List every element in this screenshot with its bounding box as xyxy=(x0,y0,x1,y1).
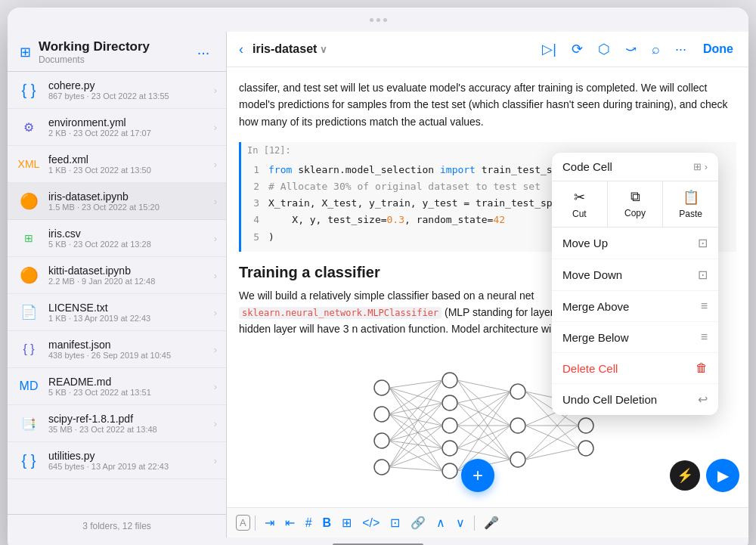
file-icon-json: { } xyxy=(17,337,41,361)
file-item-cohere-py[interactable]: { } cohere.py 867 bytes · 23 Oct 2022 at… xyxy=(8,72,226,109)
svg-line-18 xyxy=(389,388,442,448)
cut-icon: ✂ xyxy=(574,189,585,206)
merge-above-item[interactable]: Merge Above ≡ xyxy=(552,291,718,322)
done-button[interactable]: Done xyxy=(697,39,739,59)
svg-point-2 xyxy=(374,433,389,448)
mic-button[interactable]: 🎤 xyxy=(479,512,503,533)
file-list: { } cohere.py 867 bytes · 23 Oct 2022 at… xyxy=(8,72,226,514)
file-item-environment-yml[interactable]: ⚙ environment.yml 2 KB · 23 Oct 2022 at … xyxy=(8,109,226,146)
file-info: feed.xml 1 KB · 23 Oct 2022 at 13:50 xyxy=(48,153,206,175)
cursor-up-button[interactable]: ∧ xyxy=(432,512,450,533)
paste-action[interactable]: 📋 Paste xyxy=(663,181,718,227)
sidebar-title-block: Working Directory Documents xyxy=(39,39,150,65)
svg-point-0 xyxy=(374,380,389,395)
chevron-right-icon: › xyxy=(214,270,217,281)
file-name: iris-dataset.ipynb xyxy=(48,190,206,203)
file-item-iris-csv[interactable]: ⊞ iris.csv 5 KB · 23 Oct 2022 at 13:28 › xyxy=(8,220,226,257)
sidebar-footer: 3 folders, 12 files xyxy=(8,514,226,537)
table-button[interactable]: ⊡ xyxy=(386,512,404,533)
svg-line-38 xyxy=(457,392,510,403)
export-button[interactable]: ⤻ xyxy=(621,38,641,60)
editor-area: ‹ iris-dataset ∨ ▷| ⟳ ⬡ ⤻ ⌕ ··· Done cla… xyxy=(227,32,748,537)
plus-icon: + xyxy=(472,465,483,486)
move-up-item[interactable]: Move Up ⊡ xyxy=(552,228,718,259)
bullet-button[interactable]: ⊞ xyxy=(337,512,356,533)
svg-point-1 xyxy=(374,407,389,422)
line-number: 2 xyxy=(247,178,259,195)
more-button[interactable]: ··· xyxy=(671,39,691,60)
lightning-button[interactable]: ⚡ xyxy=(670,460,700,491)
svg-point-8 xyxy=(442,463,457,478)
chevron-right-icon: › xyxy=(214,159,217,170)
file-meta: 2.2 MB · 9 Jan 2020 at 12:48 xyxy=(48,277,206,286)
file-name: README.md xyxy=(48,376,206,388)
delete-cell-item[interactable]: Delete Cell 🗑 xyxy=(552,353,718,384)
cut-label: Cut xyxy=(572,209,587,219)
drag-dot-2 xyxy=(376,18,380,22)
file-item-iris-dataset-ipynb[interactable]: 🟠 iris-dataset.ipynb 1.5 MB · 23 Oct 202… xyxy=(8,183,226,220)
file-meta: 438 bytes · 26 Sep 2019 at 10:45 xyxy=(48,351,206,360)
sidebar-menu-button[interactable]: ··· xyxy=(193,42,214,63)
file-item-manifest-json[interactable]: { } manifest.json 438 bytes · 26 Sep 201… xyxy=(8,331,226,368)
line-content: from sklearn.model_selection import trai… xyxy=(268,162,576,178)
sidebar: ⊞ Working Directory Documents ··· { } co… xyxy=(8,32,227,537)
sidebar-panel-icon[interactable]: ⊞ xyxy=(20,44,31,60)
outdent-button[interactable]: ⇤ xyxy=(280,512,299,533)
back-button[interactable]: ‹ xyxy=(236,39,246,60)
file-item-utilities-py[interactable]: { } utilities.py 645 bytes · 13 Apr 2019… xyxy=(8,442,226,479)
move-down-item[interactable]: Move Down ⊡ xyxy=(552,259,718,291)
svg-line-57 xyxy=(525,426,578,460)
run-button[interactable]: ▷| xyxy=(538,38,561,60)
main-content: ⊞ Working Directory Documents ··· { } co… xyxy=(8,32,748,537)
app-window: ⊞ Working Directory Documents ··· { } co… xyxy=(8,8,748,545)
svg-line-28 xyxy=(389,441,442,448)
cut-action[interactable]: ✂ Cut xyxy=(552,181,608,227)
keyboard-type-button[interactable]: A xyxy=(236,515,250,531)
link-button[interactable]: 🔗 xyxy=(406,512,430,533)
file-info: cohere.py 867 bytes · 23 Oct 2022 at 13:… xyxy=(48,79,206,101)
play-icon: ▶ xyxy=(717,466,729,485)
cursor-down-button[interactable]: ∨ xyxy=(451,512,469,533)
undo-deletion-label: Undo Cell Deletion xyxy=(562,393,657,406)
play-button[interactable]: ▶ xyxy=(706,459,739,492)
svg-line-43 xyxy=(457,426,510,460)
add-cell-button[interactable]: + xyxy=(461,459,494,492)
merge-below-label: Merge Below xyxy=(562,331,629,344)
file-icon-ipynb2: 🟠 xyxy=(17,263,41,287)
indent-button[interactable]: ⇥ xyxy=(260,512,279,533)
undo-deletion-item[interactable]: Undo Cell Deletion ↩ xyxy=(552,384,718,415)
code-button[interactable]: </> xyxy=(358,513,384,533)
merge-below-item[interactable]: Merge Below ≡ xyxy=(552,322,718,353)
move-down-label: Move Down xyxy=(562,268,622,281)
package-button[interactable]: ⬡ xyxy=(593,38,615,60)
code-cell-type-icon: ⊞ › xyxy=(693,161,708,172)
file-meta: 2 KB · 23 Oct 2022 at 17:07 xyxy=(48,129,206,138)
file-info: iris-dataset.ipynb 1.5 MB · 23 Oct 2022 … xyxy=(48,190,206,212)
file-icon-pdf: 📑 xyxy=(17,411,41,435)
line-content: # Allocate 30% of original dataset to te… xyxy=(268,178,541,195)
file-item-scipy-ref-pdf[interactable]: 📑 scipy-ref-1.8.1.pdf 35 MB · 23 Oct 202… xyxy=(8,405,226,442)
file-name: kitti-dataset.ipynb xyxy=(48,265,206,277)
chevron-right-icon: › xyxy=(214,233,217,244)
copy-action[interactable]: ⧉ Copy xyxy=(608,181,664,227)
file-item-license-txt[interactable]: 📄 LICENSE.txt 1 KB · 13 Apr 2019 at 22:4… xyxy=(8,294,226,331)
bold-button[interactable]: B xyxy=(318,513,336,533)
drag-dot-3 xyxy=(383,18,387,22)
file-item-kitti-dataset-ipynb[interactable]: 🟠 kitti-dataset.ipynb 2.2 MB · 9 Jan 202… xyxy=(8,257,226,294)
file-name: utilities.py xyxy=(48,450,206,462)
svg-line-15 xyxy=(389,380,442,388)
file-item-feed-xml[interactable]: XML feed.xml 1 KB · 23 Oct 2022 at 13:50… xyxy=(8,146,226,183)
hash-button[interactable]: # xyxy=(301,513,317,533)
delete-icon: 🗑 xyxy=(696,361,708,375)
merge-above-label: Merge Above xyxy=(562,300,629,313)
svg-point-13 xyxy=(578,418,593,433)
context-menu[interactable]: Code Cell ⊞ › ✂ Cut ⧉ Copy 📋 Paste xyxy=(552,153,718,415)
file-meta: 867 bytes · 23 Oct 2022 at 13:55 xyxy=(48,91,206,101)
file-item-readme-md[interactable]: MD README.md 5 KB · 23 Oct 2022 at 13:51… xyxy=(8,368,226,405)
move-down-icon: ⊡ xyxy=(698,268,708,282)
home-indicator xyxy=(8,537,748,545)
refresh-button[interactable]: ⟳ xyxy=(567,38,587,60)
file-icon-xml: XML xyxy=(17,152,41,176)
search-button[interactable]: ⌕ xyxy=(647,39,665,60)
file-title: iris-dataset ∨ xyxy=(253,42,327,56)
